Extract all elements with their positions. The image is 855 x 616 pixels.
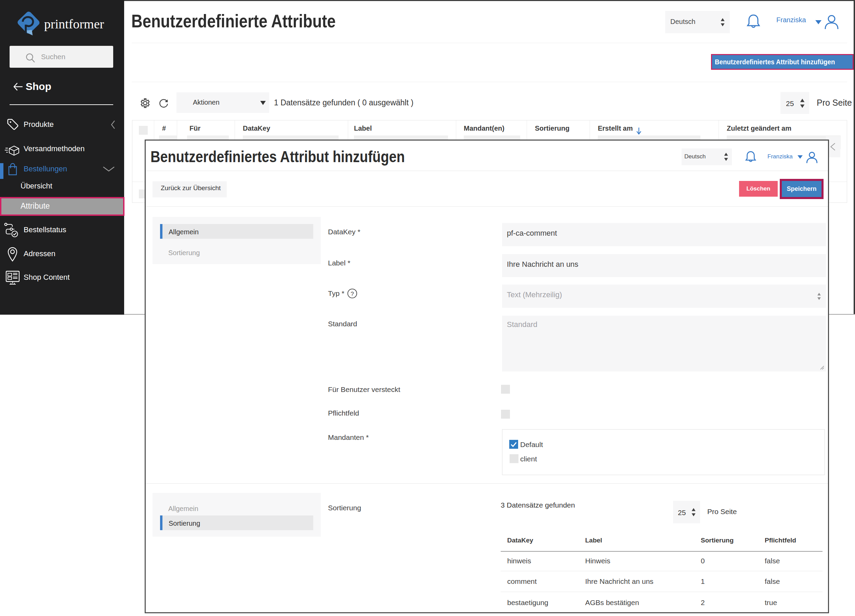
svg-text:?: ? bbox=[351, 291, 354, 297]
